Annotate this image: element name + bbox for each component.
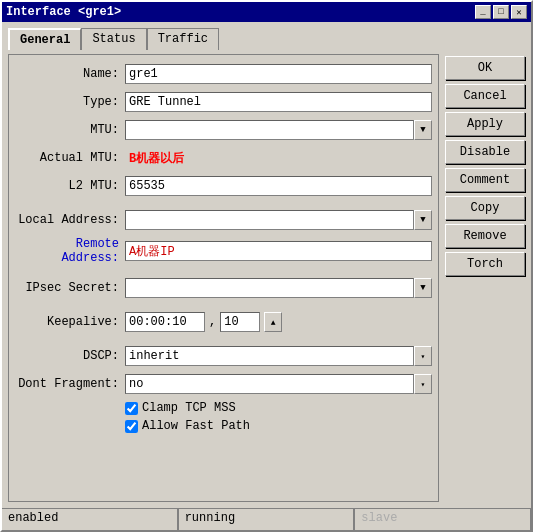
disable-button[interactable]: Disable <box>445 140 525 164</box>
keepalive-count-input[interactable] <box>220 312 260 332</box>
type-label: Type: <box>15 95 125 109</box>
status-running: running <box>178 509 355 530</box>
keepalive-separator: , <box>209 315 216 329</box>
dont-fragment-dropdown-arrow[interactable]: ▾ <box>414 374 432 394</box>
keepalive-fields: , ▲ <box>125 312 282 332</box>
name-input[interactable] <box>125 64 432 84</box>
tab-traffic[interactable]: Traffic <box>147 28 219 50</box>
ipsec-field: ▼ <box>125 278 432 298</box>
dont-fragment-input[interactable] <box>125 374 414 394</box>
local-address-field: ▼ <box>125 210 432 230</box>
apply-button[interactable]: Apply <box>445 112 525 136</box>
status-bar: enabled running slave <box>2 508 531 530</box>
l2mtu-label: L2 MTU: <box>15 179 125 193</box>
ipsec-input[interactable] <box>125 278 414 298</box>
copy-button[interactable]: Copy <box>445 196 525 220</box>
mtu-input[interactable] <box>125 120 414 140</box>
mtu-label: MTU: <box>15 123 125 137</box>
dont-fragment-field: ▾ <box>125 374 432 394</box>
minimize-button[interactable]: _ <box>475 5 491 19</box>
type-input[interactable] <box>125 92 432 112</box>
local-address-input[interactable] <box>125 210 414 230</box>
l2mtu-row: L2 MTU: <box>15 175 432 197</box>
dscp-input[interactable] <box>125 346 414 366</box>
dscp-dropdown-arrow[interactable]: ▾ <box>414 346 432 366</box>
title-bar-buttons: _ □ ✕ <box>475 5 527 19</box>
keepalive-label: Keepalive: <box>15 315 125 329</box>
allow-fast-path-checkbox[interactable] <box>125 420 138 433</box>
mtu-dropdown-arrow[interactable]: ▼ <box>414 120 432 140</box>
dscp-label: DSCP: <box>15 349 125 363</box>
dscp-row: DSCP: ▾ <box>15 345 432 367</box>
tab-status[interactable]: Status <box>81 28 146 50</box>
local-address-label: Local Address: <box>15 213 125 227</box>
remote-address-input[interactable] <box>125 241 432 261</box>
keepalive-time-input[interactable] <box>125 312 205 332</box>
status-enabled: enabled <box>2 509 178 530</box>
sidebar-buttons: OK Cancel Apply Disable Comment Copy Rem… <box>445 28 525 502</box>
main-window: Interface <gre1> _ □ ✕ General Status Tr… <box>0 0 533 532</box>
allow-fast-path-label: Allow Fast Path <box>142 419 250 433</box>
comment-button[interactable]: Comment <box>445 168 525 192</box>
remove-button[interactable]: Remove <box>445 224 525 248</box>
status-slave: slave <box>354 509 531 530</box>
main-content: General Status Traffic Name: Type: MTU <box>8 28 439 502</box>
clamp-tcp-checkbox[interactable] <box>125 402 138 415</box>
name-row: Name: <box>15 63 432 85</box>
remote-address-label: Remote Address: <box>15 237 125 265</box>
keepalive-row: Keepalive: , ▲ <box>15 311 432 333</box>
actual-mtu-row: Actual MTU: B机器以后 <box>15 147 432 169</box>
local-address-dropdown-arrow[interactable]: ▼ <box>414 210 432 230</box>
tab-general[interactable]: General <box>8 28 81 50</box>
title-bar: Interface <gre1> _ □ ✕ <box>2 2 531 22</box>
keepalive-up-arrow[interactable]: ▲ <box>264 312 282 332</box>
l2mtu-input[interactable] <box>125 176 432 196</box>
window-body: General Status Traffic Name: Type: MTU <box>2 22 531 508</box>
torch-button[interactable]: Torch <box>445 252 525 276</box>
ipsec-dropdown-arrow[interactable]: ▼ <box>414 278 432 298</box>
remote-address-row: Remote Address: <box>15 237 432 265</box>
ipsec-label: IPsec Secret: <box>15 281 125 295</box>
clamp-tcp-label: Clamp TCP MSS <box>142 401 236 415</box>
actual-mtu-value: B机器以后 <box>129 150 184 167</box>
clamp-tcp-row: Clamp TCP MSS <box>15 401 432 415</box>
cancel-button[interactable]: Cancel <box>445 84 525 108</box>
mtu-row: MTU: ▼ <box>15 119 432 141</box>
dont-fragment-row: Dont Fragment: ▾ <box>15 373 432 395</box>
mtu-field: ▼ <box>125 120 432 140</box>
window-title: Interface <gre1> <box>6 5 121 19</box>
allow-fast-row: Allow Fast Path <box>15 419 432 433</box>
actual-mtu-label: Actual MTU: <box>15 151 125 165</box>
restore-button[interactable]: □ <box>493 5 509 19</box>
dont-fragment-label: Dont Fragment: <box>15 377 125 391</box>
ok-button[interactable]: OK <box>445 56 525 80</box>
name-label: Name: <box>15 67 125 81</box>
local-address-row: Local Address: ▼ <box>15 209 432 231</box>
ipsec-row: IPsec Secret: ▼ <box>15 277 432 299</box>
form-panel: Name: Type: MTU: ▼ A <box>8 54 439 502</box>
dscp-field: ▾ <box>125 346 432 366</box>
close-button[interactable]: ✕ <box>511 5 527 19</box>
type-row: Type: <box>15 91 432 113</box>
tab-bar: General Status Traffic <box>8 28 439 50</box>
